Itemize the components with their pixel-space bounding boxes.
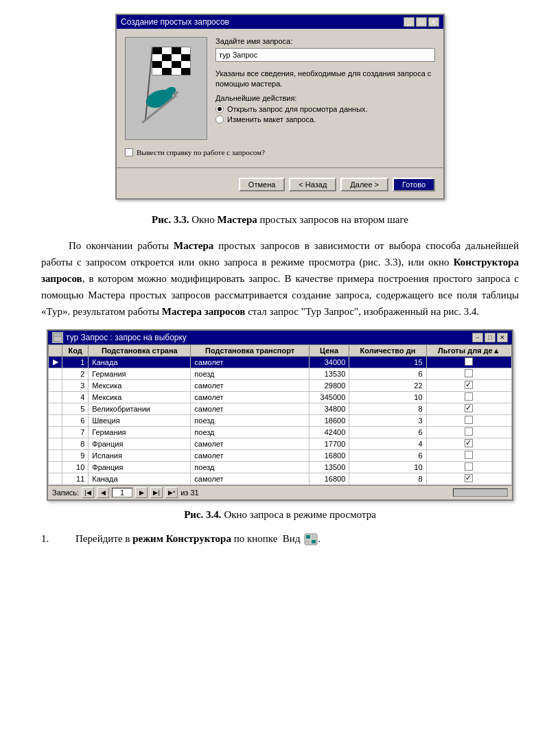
query-titlebar-left: тур Запрос : запрос на выборку [52, 332, 187, 343]
checkbox-help[interactable]: Вывести справку по работе с запросом? [125, 148, 435, 156]
table-row: 7 Германия поезд 42400 6 [49, 426, 512, 438]
cancel-button[interactable]: Отмена [239, 178, 285, 191]
svg-rect-27 [306, 540, 310, 543]
checkbox-lgoty [465, 474, 473, 482]
radio-open-query[interactable]: Открыть запрос для просмотра данных. [215, 105, 435, 113]
cell-transport: самолет [191, 379, 310, 391]
cell-kol: 6 [349, 426, 426, 438]
back-button[interactable]: < Назад [289, 178, 336, 191]
cell-kol: 8 [349, 403, 426, 414]
cell-lgoty [426, 391, 511, 403]
col-kod[interactable]: Код [62, 344, 89, 356]
query-minimize-btn[interactable]: − [472, 333, 483, 342]
row-arrow [49, 368, 62, 379]
cell-strana: Швеция [89, 414, 191, 426]
nav-next-btn[interactable]: ▶ [135, 487, 148, 498]
cell-lgoty [426, 426, 511, 438]
body-master-bold: Мастера [174, 240, 213, 251]
nav-first-btn[interactable]: |◀ [82, 487, 94, 498]
table-row: 9 Испания самолет 16800 6 [49, 449, 512, 461]
cell-kol: 4 [349, 438, 426, 449]
radio-modify-icon[interactable] [215, 115, 224, 123]
row-arrow [49, 426, 62, 438]
query-close-btn[interactable]: ✕ [497, 333, 508, 342]
svg-rect-9 [152, 61, 162, 68]
row-arrow [49, 438, 62, 449]
col-lgoty[interactable]: Льготы для де▲ [426, 344, 511, 356]
wizard-dialog: Создание простых запросов _ □ ✕ [115, 14, 445, 200]
dialog-title: Создание простых запросов [121, 17, 229, 27]
cell-cena: 345000 [309, 391, 349, 403]
row-arrow [49, 461, 62, 473]
checkbox-lgoty [465, 462, 473, 471]
radio-open-icon[interactable] [215, 105, 224, 113]
table-row: 11 Канада самолет 16800 8 [49, 473, 512, 484]
checkbox-lgoty [465, 369, 473, 377]
cell-transport: самолет [191, 438, 310, 449]
dialog-titlebar-btns: _ □ ✕ [404, 17, 439, 27]
svg-line-17 [145, 47, 152, 119]
radio-modify-label: Изменить макет запроса. [227, 115, 316, 123]
nav-prev-btn[interactable]: ◀ [97, 487, 109, 498]
query-restore-btn[interactable]: □ [485, 333, 495, 342]
query-titlebar: тур Запрос : запрос на выборку − □ ✕ [48, 331, 512, 344]
dialog-minimize-btn[interactable]: _ [404, 17, 415, 27]
radio-open-label: Открыть запрос для просмотра данных. [227, 105, 368, 113]
nav-new-btn[interactable]: ▶* [165, 487, 178, 498]
query-name-input[interactable]: тур Запрос [215, 48, 435, 62]
svg-rect-15 [172, 68, 181, 75]
query-table-wrap: Код Подстановка страна Подстановка транс… [48, 344, 512, 485]
dialog-close-btn[interactable]: ✕ [428, 17, 439, 27]
cell-kol: 6 [349, 368, 426, 379]
radio-modify-query[interactable]: Изменить макет запроса. [215, 115, 435, 123]
svg-rect-28 [312, 540, 316, 543]
caption-33-master: Мастера [218, 214, 257, 225]
checkbox-lgoty [465, 381, 473, 389]
col-transport[interactable]: Подстановка транспорт [191, 344, 310, 356]
cell-transport: самолет [191, 356, 310, 368]
dialog-maximize-btn[interactable]: □ [416, 17, 427, 27]
svg-rect-13 [152, 68, 162, 75]
svg-rect-16 [181, 68, 190, 75]
row-arrow [49, 449, 62, 461]
cell-kod: 8 [62, 438, 89, 449]
cell-strana: Мексика [89, 391, 191, 403]
cell-strana: Испания [89, 449, 191, 461]
finish-button[interactable]: Готово [393, 178, 435, 191]
dialog-buttons: Отмена < Назад Далее > Готово [117, 174, 443, 198]
row-arrow [49, 403, 62, 414]
dialog-radio-group: Открыть запрос для просмотра данных. Изм… [215, 105, 435, 123]
cell-cena: 34000 [309, 356, 349, 368]
svg-rect-3 [172, 47, 181, 54]
query-window-icon [52, 332, 63, 343]
table-row: 5 Великобритании самолет 34800 8 [49, 403, 512, 414]
cell-kod: 9 [62, 449, 89, 461]
col-kol[interactable]: Количество дн [349, 344, 426, 356]
cell-kod: 7 [62, 426, 89, 438]
cell-strana: Германия [89, 426, 191, 438]
record-number[interactable]: 1 [112, 488, 132, 497]
query-window-container: тур Запрос : запрос на выборку − □ ✕ Код… [41, 329, 519, 501]
step-1: 1. Перейдите в режим Конструктора по кно… [41, 530, 519, 547]
dialog-titlebar: Создание простых запросов _ □ ✕ [117, 15, 443, 29]
col-strana[interactable]: Подстановка страна [89, 344, 191, 356]
cell-lgoty [426, 379, 511, 391]
body-constructor-bold: Конструктора запросов [41, 257, 519, 284]
cell-transport: поезд [191, 426, 310, 438]
cell-strana: Канада [89, 473, 191, 484]
cell-lgoty [426, 473, 511, 484]
checkbox-help-box[interactable] [125, 148, 133, 156]
checkbox-lgoty [465, 451, 473, 459]
cell-transport: самолет [191, 449, 310, 461]
query-title-text: тур Запрос : запрос на выборку [66, 333, 187, 342]
svg-rect-1 [152, 47, 162, 54]
horizontal-scrollbar[interactable] [453, 488, 508, 497]
dialog-illustration [125, 37, 207, 140]
next-button[interactable]: Далее > [340, 178, 388, 191]
cell-kol: 6 [349, 449, 426, 461]
nav-last-btn[interactable]: ▶| [150, 487, 163, 498]
col-cena[interactable]: Цена [309, 344, 349, 356]
cell-kol: 15 [349, 356, 426, 368]
table-row: 8 Франция самолет 17700 4 [49, 438, 512, 449]
checkbox-lgoty [465, 416, 473, 424]
